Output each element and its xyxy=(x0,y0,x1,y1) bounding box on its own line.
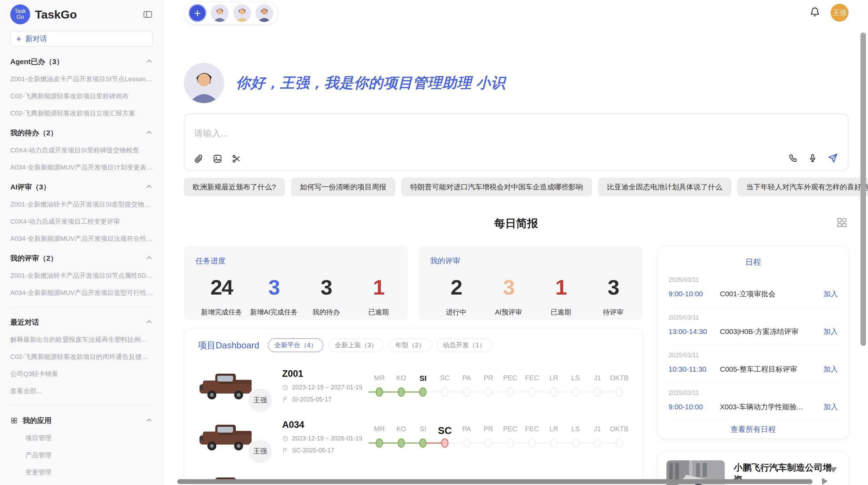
new-chat-button[interactable]: + 新对话 xyxy=(10,31,153,47)
recent-chat-item[interactable]: 公司Q3轻卡销量 xyxy=(10,370,153,378)
section-header[interactable]: 我的应用 xyxy=(10,416,153,425)
milestone: LS xyxy=(565,374,587,398)
schedule-item: 2025/03/11 10:30-11:30 C005-整车工程目标评审 加入 xyxy=(668,345,838,383)
stat-item: 3 待评审 xyxy=(587,275,639,317)
send-icon[interactable] xyxy=(828,153,838,165)
section-header[interactable]: Agent已办（3） xyxy=(10,57,153,66)
screenshot-scissors-icon[interactable] xyxy=(232,154,241,165)
stat-label: AI预评审 xyxy=(482,308,535,317)
recent-chat-item[interactable]: 解释最新出台的欧盟报废车法规再生塑料比例被调至15%... xyxy=(10,335,153,344)
milestone: SC xyxy=(434,374,456,398)
milestone: LR xyxy=(543,374,565,398)
milestone: PEC xyxy=(499,425,521,449)
layout-grid-icon[interactable] xyxy=(836,217,848,230)
stat-item: 3 AI预评审 xyxy=(482,275,535,317)
agent-avatar[interactable] xyxy=(211,4,229,22)
dashboard-tab[interactable]: 动总开发（1） xyxy=(437,338,492,352)
recent-chat-item[interactable]: C02-飞腾新能源轻客改款项目的闭环通告反馈情况 xyxy=(10,352,153,361)
milestone-dot xyxy=(463,438,470,448)
milestone-label: OKTB xyxy=(610,425,628,437)
join-meeting-link[interactable]: 加入 xyxy=(823,289,838,299)
schedule-name: C003|H0B-方案冻结评审 xyxy=(720,327,823,336)
milestone: FEC xyxy=(521,425,543,449)
voice-call-icon[interactable] xyxy=(788,153,798,164)
suggestion-chip[interactable]: 欧洲新规最近颁布了什么? xyxy=(184,178,285,196)
briefing-header: 每日简报 xyxy=(184,216,848,230)
input-attachments xyxy=(194,154,241,165)
sidebar-item[interactable]: C02-飞腾新能源轻客改款项目里程碑画布 xyxy=(10,92,153,101)
sidebar-collapse-icon[interactable] xyxy=(143,9,153,20)
dashboard-tab[interactable]: 年型（2） xyxy=(389,338,431,352)
user-avatar[interactable]: 王强 xyxy=(831,4,848,22)
image-upload-icon[interactable] xyxy=(213,154,222,165)
join-meeting-link[interactable]: 加入 xyxy=(823,364,838,374)
agent-switcher: + xyxy=(184,2,278,24)
attach-file-icon[interactable] xyxy=(194,154,203,165)
view-all-chats-link[interactable]: 查看全部... xyxy=(10,387,153,396)
milestone: PA xyxy=(456,374,478,398)
stat-label: 待评审 xyxy=(587,308,639,317)
milestone-label: LR xyxy=(550,374,558,386)
apps-grid-icon xyxy=(10,417,18,424)
sidebar-item[interactable]: A034-全新新能源MUV产品开发项目造型可行性评审 xyxy=(10,288,153,297)
notification-bell-icon[interactable] xyxy=(809,7,820,19)
project-dates: 2023-12-19 ~ 2027-01-19 xyxy=(282,384,367,391)
microphone-icon[interactable] xyxy=(808,153,817,164)
vertical-scrollbar[interactable] xyxy=(860,33,866,346)
horizontal-scrollbar[interactable] xyxy=(177,479,812,484)
dashboard-tab[interactable]: 全新上装（3） xyxy=(329,338,384,352)
scroll-right-arrow[interactable] xyxy=(822,478,828,485)
sidebar-item[interactable]: C02-飞腾新能源轻客改款项目立项汇报方案 xyxy=(10,109,153,118)
add-agent-button[interactable]: + xyxy=(189,4,206,22)
sidebar-item[interactable]: C0X4-动力总成开发项目SI里程碑提交物检查 xyxy=(10,146,153,155)
project-next-milestone: SI-2025-05-17 xyxy=(282,396,367,403)
stat-value: 3 xyxy=(587,275,639,299)
agent-avatar[interactable] xyxy=(255,4,273,22)
project-row[interactable]: 王强 A034 2023-12-19 ~ 2026-01-19 SC-2025-… xyxy=(198,420,630,454)
stat-item: 3 我的待办 xyxy=(300,275,352,317)
milestone: J1 xyxy=(587,425,608,449)
milestone-label: PR xyxy=(484,374,493,386)
project-dashboard-card: 项目Dashboard 全新平台（4）全新上装（3）年型（2）动总开发（1） 王… xyxy=(184,328,643,484)
agent-avatar[interactable] xyxy=(233,4,251,22)
sidebar-item[interactable]: Z001-全新燃油轻卡产品开发项目SI节点属性5D文件评审 xyxy=(10,271,153,280)
section-header[interactable]: AI评审（3） xyxy=(10,182,153,192)
schedule-date: 2025/03/11 xyxy=(668,276,838,284)
schedule-name: C005-整车工程目标评审 xyxy=(720,364,823,374)
milestone-dot xyxy=(572,387,579,397)
app-item[interactable]: 变更管理 xyxy=(25,468,153,477)
project-row[interactable]: 王强 Z001 2023-12-19 ~ 2027-01-19 SI-2025-… xyxy=(198,369,630,403)
milestone: MR xyxy=(369,374,390,398)
greeting-section: 你好，王强，我是你的项目管理助理 小识 xyxy=(184,63,848,103)
join-meeting-link[interactable]: 加入 xyxy=(823,402,838,412)
view-all-schedule-link[interactable]: 查看所有日程 xyxy=(668,420,838,438)
briefing-title: 每日简报 xyxy=(184,216,848,231)
sidebar-item[interactable]: C0X4-动力总成开发项目工程变更评审 xyxy=(10,217,153,226)
sidebar-item[interactable]: Z001-全新燃油皮卡产品开发项目SI节点Lesson Learn报告 xyxy=(10,75,153,84)
app-item[interactable]: 项目管理 xyxy=(25,434,153,443)
section-header[interactable]: 我的评审（2） xyxy=(10,253,153,263)
chat-input-card xyxy=(184,113,848,171)
milestone-dot xyxy=(441,438,448,448)
sidebar-item[interactable]: A034-全新新能源MUV产品开发项目计划变更表编写 xyxy=(10,163,153,172)
sidebar-header: Task Go TaskGo xyxy=(10,3,153,25)
milestone-label: OKTB xyxy=(610,374,628,386)
dashboard-tab[interactable]: 全新平台（4） xyxy=(268,338,323,352)
suggestion-chip[interactable]: 如何写一份清晰的项目周报 xyxy=(291,178,395,196)
app-item[interactable]: 产品管理 xyxy=(25,451,153,460)
suggestion-chip[interactable]: 当下年轻人对汽车外观有怎样的喜好趋势 xyxy=(737,178,868,196)
chevron-up-icon xyxy=(145,58,153,65)
suggestion-chip[interactable]: 比亚迪全固态电池计划具体说了什么 xyxy=(598,178,731,196)
chat-input[interactable] xyxy=(193,128,839,139)
suggestion-chip[interactable]: 特朗普可能对进口汽车增税会对中国车企造成哪些影响 xyxy=(401,178,592,196)
chevron-up-icon xyxy=(145,129,153,137)
topbar-right: 王强 xyxy=(809,2,848,22)
section-header[interactable]: 我的待办（2） xyxy=(10,128,153,138)
join-meeting-link[interactable]: 加入 xyxy=(823,327,838,336)
scroll-down-arrow[interactable] xyxy=(830,467,837,473)
milestone-dot xyxy=(594,438,601,448)
input-actions xyxy=(788,153,838,165)
section-header[interactable]: 最近对话 xyxy=(10,318,153,327)
sidebar-item[interactable]: A034-全新新能源MUV产品开发项目法规符合性评审 xyxy=(10,234,153,243)
sidebar-item[interactable]: Z001-全新燃油轻卡产品开发项目SI造型提交物评审 xyxy=(10,200,153,209)
